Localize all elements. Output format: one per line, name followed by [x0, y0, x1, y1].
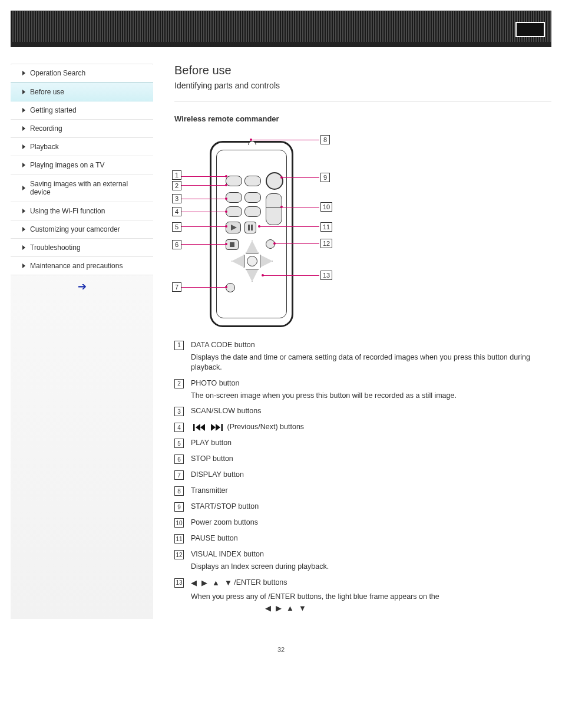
- item-number: 8: [174, 486, 184, 496]
- svg-rect-9: [222, 424, 223, 431]
- main-content: Before use Identifying parts and control…: [153, 64, 551, 619]
- item-number: 3: [174, 407, 184, 416]
- arrow-right-icon: ➔: [78, 281, 87, 292]
- item-8: 8 Transmitter: [174, 486, 551, 496]
- item-5: 5 PLAY button: [174, 438, 551, 448]
- sidebar-item-recording[interactable]: Recording: [11, 120, 153, 138]
- sidebar-item-playing-images-on-tv[interactable]: Playing images on a TV: [11, 156, 153, 174]
- item-text: PLAY button: [191, 439, 232, 447]
- item-text: START/STOP button: [191, 502, 259, 510]
- callout-4: 4: [172, 207, 181, 216]
- item-number: 5: [174, 439, 184, 448]
- item-6: 6 STOP button: [174, 454, 551, 464]
- sidebar-item-label: Customizing your camcorder: [30, 225, 120, 233]
- callout-11: 11: [320, 222, 332, 232]
- header-bar: [11, 11, 551, 47]
- item-7: 7 DISPLAY button: [174, 470, 551, 480]
- item-text: VISUAL INDEX button: [191, 549, 551, 559]
- chevron-right-icon: [22, 144, 25, 149]
- svg-marker-5: [196, 424, 200, 431]
- next-icon: [210, 423, 223, 431]
- item-13: 13 ◀ ▶ ▲ ▼ /ENTER buttons When you press…: [174, 578, 551, 613]
- callout-10: 10: [320, 202, 332, 212]
- down-arrow-icon: ▼: [224, 578, 232, 588]
- item-text: STOP button: [191, 454, 233, 463]
- item-text: DATA CODE button: [191, 340, 551, 350]
- sidebar-item-wifi[interactable]: Using the Wi-Fi function: [11, 202, 153, 220]
- chevron-right-icon: [22, 90, 25, 94]
- item-12: 12 VISUAL INDEX button Displays an Index…: [174, 549, 551, 572]
- callout-3: 3: [172, 194, 181, 203]
- item-note: Displays the date and time or camera set…: [191, 353, 551, 373]
- sidebar-item-customizing[interactable]: Customizing your camcorder: [11, 220, 153, 239]
- item-2: 2 PHOTO button The on-screen image when …: [174, 378, 551, 401]
- sidebar-more[interactable]: ➔: [11, 275, 153, 294]
- item-number: 6: [174, 454, 184, 464]
- callout-5: 5: [172, 222, 181, 232]
- chevron-right-icon: [22, 227, 25, 232]
- chevron-right-icon: [22, 71, 25, 75]
- svg-marker-6: [200, 424, 205, 431]
- sidebar-item-label: Troubleshooting: [30, 243, 81, 252]
- header-right-button[interactable]: [515, 22, 545, 37]
- direction-icons: ◀ ▶ ▲ ▼: [191, 578, 232, 588]
- svg-rect-3: [230, 242, 234, 247]
- items-list: 1 DATA CODE button Displays the date and…: [174, 340, 551, 613]
- remote-diagram: 1 2 3 4 5 6 7 8 9 10 11 12 13: [172, 129, 355, 330]
- chevron-right-icon: [22, 186, 25, 190]
- sidebar-item-saving-images[interactable]: Saving images with an external device: [11, 174, 153, 202]
- item-text: /ENTER buttons: [234, 578, 287, 587]
- item-note: When you press any of /ENTER buttons, th…: [191, 592, 439, 601]
- sidebar-item-operation-search[interactable]: Operation Search: [11, 64, 153, 83]
- callout-13: 13: [320, 271, 332, 280]
- item-number: 10: [174, 518, 184, 528]
- svg-marker-8: [216, 424, 220, 431]
- item-number: 12: [174, 550, 184, 559]
- chevron-right-icon: [22, 108, 25, 113]
- item-number: 2: [174, 379, 184, 388]
- sidebar-item-getting-started[interactable]: Getting started: [11, 101, 153, 120]
- item-text: DISPLAY button: [191, 470, 244, 479]
- chevron-right-icon: [22, 263, 25, 268]
- up-arrow-icon: ▲: [212, 578, 220, 588]
- item-number: 4: [174, 423, 184, 432]
- right-arrow-icon: ▶: [276, 603, 282, 614]
- callout-12: 12: [320, 239, 332, 248]
- callout-6: 6: [172, 240, 181, 249]
- sidebar-item-label: Playback: [30, 143, 59, 151]
- svg-rect-4: [193, 424, 195, 431]
- section-heading: Wireless remote commander: [174, 114, 551, 123]
- sidebar-item-label: Getting started: [30, 106, 77, 114]
- chevron-right-icon: [22, 245, 25, 250]
- sidebar-item-troubleshooting[interactable]: Troubleshooting: [11, 239, 153, 257]
- callout-2: 2: [172, 181, 181, 190]
- item-text: PHOTO button: [191, 378, 551, 388]
- item-number: 9: [174, 502, 184, 512]
- sidebar-item-playback[interactable]: Playback: [11, 138, 153, 156]
- callout-7: 7: [172, 282, 181, 292]
- sidebar: Operation Search Before use Getting star…: [11, 64, 153, 619]
- chevron-right-icon: [22, 163, 25, 167]
- item-11: 11 PAUSE button: [174, 533, 551, 543]
- prev-next-icons: [193, 423, 223, 431]
- sidebar-item-label: Operation Search: [30, 69, 85, 77]
- chevron-right-icon: [22, 209, 25, 213]
- left-arrow-icon: ◀: [191, 578, 197, 588]
- callout-8: 8: [320, 135, 330, 144]
- svg-marker-0: [231, 225, 237, 230]
- item-note: Displays an Index screen during playback…: [191, 562, 551, 572]
- sidebar-item-label: Maintenance and precautions: [30, 262, 123, 270]
- item-text: (Previous/Next) buttons: [227, 423, 304, 431]
- svg-rect-1: [248, 225, 250, 230]
- sidebar-item-label: Saving images with an external device: [30, 180, 148, 196]
- sidebar-item-before-use[interactable]: Before use: [11, 83, 153, 101]
- callout-9: 9: [320, 173, 330, 182]
- previous-icon: [193, 423, 206, 431]
- item-number: 13: [174, 578, 184, 588]
- sidebar-item-label: Using the Wi-Fi function: [30, 207, 105, 215]
- svg-rect-2: [251, 225, 253, 230]
- sidebar-item-maintenance[interactable]: Maintenance and precautions: [11, 257, 153, 275]
- left-arrow-icon: ◀: [265, 603, 271, 614]
- item-text: Transmitter: [191, 486, 228, 495]
- down-arrow-icon: ▼: [299, 603, 306, 614]
